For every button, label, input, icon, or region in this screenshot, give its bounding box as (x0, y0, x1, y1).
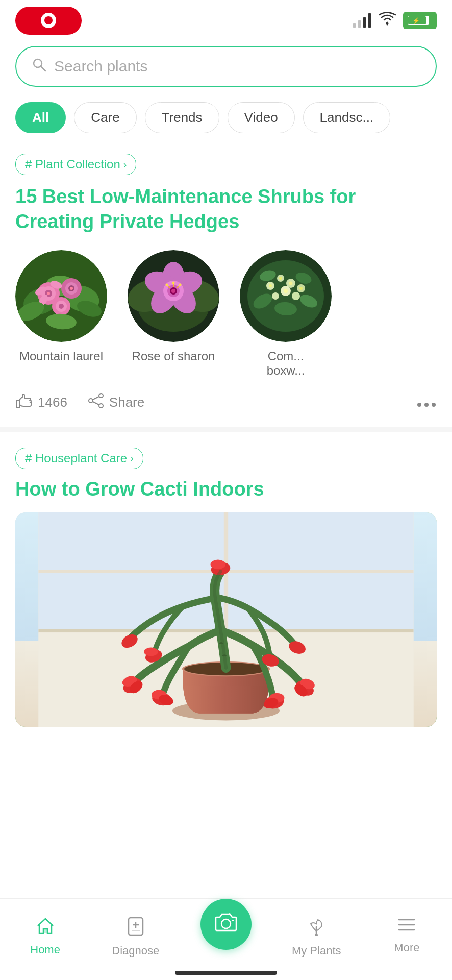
article-1-title[interactable]: 15 Best Low-Maintenance Shrubs for Creat… (15, 184, 437, 235)
search-container: Search plants (0, 41, 452, 97)
svg-point-0 (386, 22, 389, 24)
bottom-nav: Home Diagnose (0, 898, 452, 980)
battery-icon: ⚡ (403, 12, 437, 29)
diagnose-icon (126, 917, 145, 940)
svg-point-59 (299, 287, 303, 290)
article-2-tag[interactable]: # Houseplant Care › (15, 448, 143, 469)
home-icon (36, 917, 55, 939)
share-icon (88, 393, 104, 412)
plant-item-boxwood[interactable]: Com...boxw... (240, 250, 332, 378)
nav-diagnose[interactable]: Diagnose (90, 912, 181, 958)
svg-line-70 (93, 402, 99, 405)
article-1-tag-chevron: › (123, 159, 127, 170)
wifi-icon (379, 12, 396, 29)
camera-button[interactable] (200, 899, 252, 950)
tab-landscape[interactable]: Landsc... (303, 102, 391, 133)
nav-more-label: More (394, 941, 419, 954)
nav-home[interactable]: Home (0, 912, 90, 958)
recording-dot (41, 13, 56, 28)
tab-care[interactable]: Care (74, 102, 136, 133)
nav-more[interactable]: More (362, 912, 452, 958)
share-label: Share (109, 395, 144, 410)
nav-camera-wrapper (181, 912, 271, 958)
home-indicator (175, 971, 277, 975)
article-2-image[interactable] (15, 512, 437, 727)
svg-point-14 (47, 292, 50, 295)
svg-point-66 (99, 394, 103, 398)
nav-my-plants[interactable]: My Plants (271, 912, 362, 958)
plant-name-mountain-laurel: Mountain laurel (19, 349, 103, 363)
svg-point-90 (144, 647, 158, 656)
svg-point-46 (179, 283, 182, 286)
plant-name-boxwood: Com...boxw... (267, 349, 305, 378)
signal-bars-icon (353, 13, 371, 28)
svg-rect-102 (43, 929, 47, 933)
article-1-tag-label: # Plant Collection (25, 157, 120, 172)
nav-diagnose-label: Diagnose (112, 944, 159, 958)
svg-point-44 (166, 283, 168, 286)
camera-icon (214, 911, 238, 937)
filter-tabs: All Care Trends Video Landsc... (0, 97, 452, 143)
svg-point-53 (272, 292, 279, 300)
svg-point-21 (59, 304, 64, 309)
svg-point-42 (172, 281, 175, 284)
tab-trends[interactable]: Trends (145, 102, 219, 133)
svg-point-107 (221, 919, 231, 928)
search-bar[interactable]: Search plants (15, 46, 437, 87)
recording-indicator (15, 7, 82, 35)
svg-point-73 (432, 403, 436, 407)
nav-items: Home Diagnose (0, 912, 452, 958)
svg-point-67 (99, 404, 103, 408)
nav-my-plants-label: My Plants (292, 944, 341, 958)
svg-point-58 (289, 281, 293, 285)
status-icons: ⚡ (353, 12, 437, 29)
search-placeholder: Search plants (54, 58, 147, 75)
article-2-tag-chevron: › (130, 452, 134, 464)
plant-circle-mountain-laurel (15, 250, 107, 342)
svg-line-69 (93, 397, 99, 400)
article-2-section: # Houseplant Care › How to Grow Cacti In… (0, 432, 452, 727)
svg-line-6 (41, 66, 45, 71)
svg-rect-2 (430, 18, 433, 22)
tab-video[interactable]: Video (228, 102, 295, 133)
svg-point-71 (417, 403, 421, 407)
svg-point-54 (292, 292, 300, 300)
nav-home-label: Home (30, 943, 60, 957)
plants-row: Mountain laurel (15, 250, 437, 383)
article-2-tag-label: # Houseplant Care (25, 451, 127, 465)
plant-name-rose-of-sharon: Rose of sharon (132, 349, 215, 363)
tab-all[interactable]: All (15, 102, 66, 133)
plant-item-mountain-laurel[interactable]: Mountain laurel (15, 250, 107, 378)
svg-point-60 (284, 289, 288, 293)
like-count: 1466 (38, 395, 67, 410)
like-button[interactable]: 1466 (15, 393, 67, 412)
plant-item-rose-of-sharon[interactable]: Rose of sharon (128, 250, 219, 378)
svg-point-72 (424, 403, 429, 407)
svg-point-40 (171, 289, 175, 293)
svg-point-57 (279, 277, 282, 280)
svg-point-56 (269, 284, 272, 287)
more-options-button[interactable] (416, 393, 437, 412)
search-icon (32, 57, 47, 76)
share-button[interactable]: Share (88, 393, 144, 412)
plant-circle-rose-of-sharon (128, 250, 219, 342)
my-plants-icon (307, 917, 326, 940)
article-2-title[interactable]: How to Grow Cacti Indoors (15, 478, 437, 500)
svg-point-101 (211, 559, 225, 569)
svg-point-18 (70, 287, 73, 290)
social-actions-1: 1466 Share (15, 383, 437, 417)
svg-text:⚡: ⚡ (412, 17, 420, 24)
plant-circle-boxwood (240, 250, 332, 342)
article-1-tag[interactable]: # Plant Collection › (15, 154, 136, 175)
svg-point-68 (89, 399, 93, 403)
status-bar: ⚡ (0, 0, 452, 41)
more-icon (397, 917, 416, 937)
like-icon (15, 393, 33, 412)
article-1-section: # Plant Collection › 15 Best Low-Mainten… (0, 143, 452, 432)
svg-point-111 (315, 934, 318, 936)
